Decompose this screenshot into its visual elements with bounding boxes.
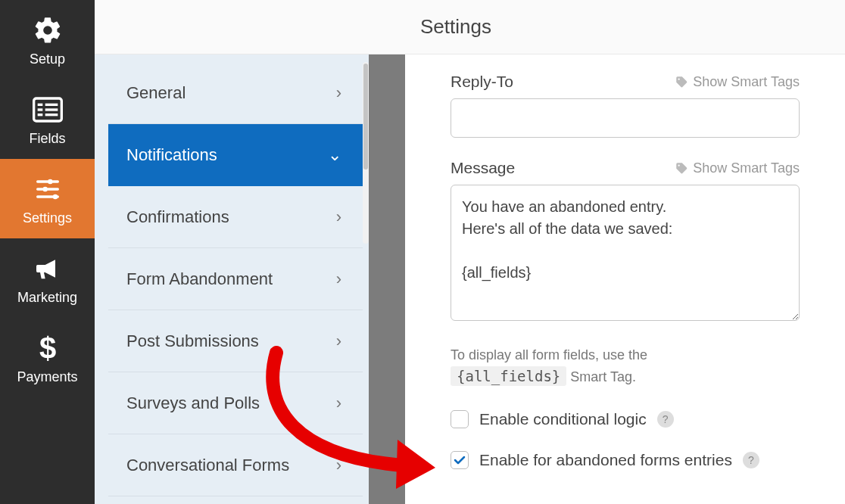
bullhorn-icon <box>33 250 63 287</box>
svg-point-9 <box>52 194 58 200</box>
subnav-item-confirmations[interactable]: Confirmations › <box>108 186 363 248</box>
svg-rect-6 <box>45 114 58 116</box>
nav-item-marketing[interactable]: Marketing <box>0 238 95 318</box>
svg-point-8 <box>42 187 48 192</box>
checkbox-unchecked[interactable] <box>451 410 469 428</box>
chevron-right-icon: › <box>336 331 341 351</box>
svg-rect-1 <box>37 104 42 106</box>
help-icon[interactable]: ? <box>657 411 674 428</box>
subnav-label: Confirmations <box>126 207 229 227</box>
settings-subnav: General › Notifications ⌄ Confirmations … <box>95 54 369 504</box>
nav-item-settings[interactable]: Settings <box>0 159 95 238</box>
subnav-item-notifications[interactable]: Notifications ⌄ <box>108 124 363 186</box>
svg-text:$: $ <box>39 333 55 363</box>
show-smart-tags-link[interactable]: Show Smart Tags <box>675 74 800 90</box>
header-spacer <box>95 0 369 54</box>
subnav-label: Notifications <box>126 145 217 165</box>
svg-rect-3 <box>37 114 42 116</box>
svg-rect-2 <box>37 108 42 110</box>
abandoned-entries-row[interactable]: Enable for abandoned forms entries ? <box>451 451 800 469</box>
smart-tag-code: {all_fields} <box>451 366 566 386</box>
nav-item-setup[interactable]: Setup <box>0 0 95 79</box>
nav-label: Settings <box>23 210 72 226</box>
checkbox-label: Enable conditional logic <box>479 410 647 428</box>
nav-label: Setup <box>30 51 65 67</box>
checkbox-label: Enable for abandoned forms entries <box>479 451 732 469</box>
checkbox-checked[interactable] <box>451 451 469 469</box>
tags-icon <box>675 75 688 89</box>
message-hint: To display all form fields, use the {all… <box>451 345 800 387</box>
subnav-label: Form Abandonment <box>126 269 273 289</box>
chevron-right-icon: › <box>336 394 341 413</box>
dollar-icon: $ <box>39 330 57 366</box>
svg-rect-4 <box>45 104 58 106</box>
subnav-label: General <box>126 83 186 103</box>
subnav-item-form-abandonment[interactable]: Form Abandonment › <box>108 248 363 310</box>
conditional-logic-row[interactable]: Enable conditional logic ? <box>451 410 800 428</box>
scrollbar[interactable] <box>363 62 369 244</box>
chevron-down-icon: ⌄ <box>328 145 341 165</box>
show-smart-tags-link[interactable]: Show Smart Tags <box>675 160 800 176</box>
subnav-label: Post Submissions <box>126 331 259 351</box>
svg-point-7 <box>48 179 53 185</box>
primary-nav: Setup Fields Settings Marketing $ Paymen… <box>0 0 95 504</box>
sliders-icon <box>33 171 63 207</box>
subnav-label: Conversational Forms <box>126 456 289 475</box>
message-textarea[interactable] <box>451 185 800 321</box>
page-title: Settings <box>405 0 845 54</box>
chevron-right-icon: › <box>336 207 341 227</box>
chevron-right-icon: › <box>336 83 341 103</box>
svg-rect-5 <box>45 108 58 110</box>
list-icon <box>33 92 63 128</box>
nav-item-fields[interactable]: Fields <box>0 79 95 159</box>
subnav-item-post-submissions[interactable]: Post Submissions › <box>108 310 363 372</box>
subnav-label: Surveys and Polls <box>126 394 260 413</box>
chevron-right-icon: › <box>336 456 341 475</box>
chevron-right-icon: › <box>336 269 341 289</box>
nav-label: Marketing <box>17 290 77 306</box>
reply-to-label: Reply-To <box>451 73 513 91</box>
subnav-item-conversational-forms[interactable]: Conversational Forms › <box>108 434 363 496</box>
subnav-item-general[interactable]: General › <box>108 62 363 124</box>
nav-label: Payments <box>17 369 77 385</box>
nav-label: Fields <box>29 131 65 147</box>
reply-to-input[interactable] <box>451 98 800 138</box>
help-icon[interactable]: ? <box>743 452 759 468</box>
subnav-item-surveys-polls[interactable]: Surveys and Polls › <box>108 372 363 434</box>
nav-item-payments[interactable]: $ Payments <box>0 318 95 397</box>
tags-icon <box>675 161 688 175</box>
message-label: Message <box>451 159 515 177</box>
gear-icon <box>33 12 63 48</box>
